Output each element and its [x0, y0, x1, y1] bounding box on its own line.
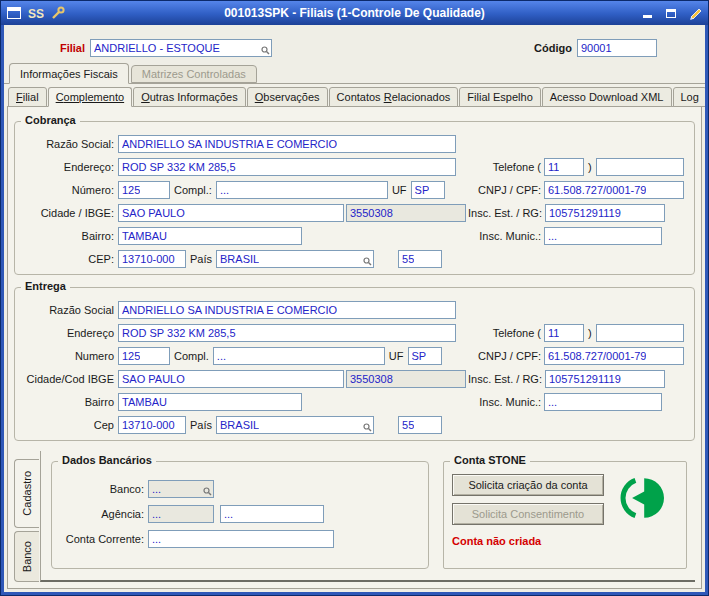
compl-label: Compl.	[170, 350, 213, 362]
codigo-label: Código	[534, 42, 577, 54]
numero-label: Numero	[23, 350, 118, 362]
bairro-field[interactable]: TAMBAU	[118, 227, 302, 245]
telefone-close-label: )	[584, 161, 596, 173]
filial-field[interactable]: ANDRIELLO - ESTOQUE	[90, 39, 272, 57]
lookup-magnifier-icon[interactable]	[261, 46, 270, 55]
endereco-field[interactable]: ROD SP 332 KM 285,5	[118, 158, 456, 176]
insc-municipal-field[interactable]: ...	[544, 227, 662, 245]
agencia-conta-field[interactable]: ...	[220, 505, 324, 523]
insc-estadual-field[interactable]: 105751291119	[545, 204, 665, 222]
razao-social-label: Razão Social	[23, 304, 118, 316]
cep-field[interactable]: 13710-000	[118, 416, 186, 434]
conta-corrente-field[interactable]: ...	[148, 530, 334, 548]
maximize-button[interactable]	[664, 6, 678, 20]
side-tab-cadastro[interactable]: Cadastro	[14, 459, 39, 528]
bairro-label: Bairro	[23, 396, 118, 408]
uf-field[interactable]: SP	[411, 181, 445, 199]
telefone-ddd-field[interactable]: 11	[544, 324, 584, 342]
wrench-icon	[51, 6, 65, 20]
cnpj-label: CNPJ / CPF:	[468, 184, 544, 196]
compl-field[interactable]: ...	[216, 181, 388, 199]
ibge-field: 3550308	[346, 370, 466, 388]
app-window: SS 001013SPK - Filiais (1-Controle De Qu…	[0, 0, 709, 596]
numero-field[interactable]: 125	[118, 181, 170, 199]
maximize-icon	[666, 9, 676, 18]
tab-complemento[interactable]: Complemento	[48, 87, 133, 107]
insc-municipal-label: Insc. Munic.:	[468, 230, 544, 242]
tab-informacoes-fiscais[interactable]: Informações Fiscais	[9, 63, 129, 84]
insc-municipal-field[interactable]: ...	[544, 393, 662, 411]
sub-tab-bar: Filial Complemento Outras Informações Ob…	[4, 83, 705, 106]
titlebar[interactable]: SS 001013SPK - Filiais (1-Controle De Qu…	[1, 1, 708, 25]
telefone-ddd-field[interactable]: 11	[544, 158, 584, 176]
razao-social-field[interactable]: ANDRIELLO SA INDUSTRIA E COMERCIO	[118, 135, 456, 153]
edit-button[interactable]	[688, 6, 702, 20]
cadastro-tab-panel: Dados Bancários Banco: ...	[40, 451, 695, 582]
app-window-icon	[7, 7, 21, 20]
insc-estadual-label: Insc. Est. / RG:	[468, 373, 545, 385]
stone-status-text: Conta não criada	[452, 535, 678, 547]
ddi-field[interactable]: 55	[398, 416, 442, 434]
cidade-field[interactable]: SAO PAULO	[118, 370, 344, 388]
numero-field[interactable]: 125	[118, 347, 170, 365]
agencia-field[interactable]: ...	[148, 505, 214, 523]
modules-icon: SS	[28, 7, 44, 20]
pais-field[interactable]: BRASIL	[216, 250, 374, 268]
pais-label: País	[186, 253, 216, 265]
tab-filial[interactable]: Filial	[8, 87, 47, 107]
telefone-numero-field[interactable]	[596, 324, 684, 342]
cnpj-field[interactable]: 61.508.727/0001-79	[544, 181, 684, 199]
compl-field[interactable]: ...	[213, 347, 385, 365]
telefone-close-label: )	[584, 327, 596, 339]
endereco-label: Endereço:	[23, 161, 118, 173]
uf-field[interactable]: SP	[408, 347, 442, 365]
bairro-field[interactable]: TAMBAU	[118, 393, 302, 411]
lookup-magnifier-icon[interactable]	[203, 487, 212, 496]
side-tab-banco[interactable]: Banco	[14, 531, 39, 582]
lookup-magnifier-icon[interactable]	[363, 257, 372, 266]
solicita-criacao-button[interactable]: Solicita criação da conta	[452, 474, 604, 496]
stone-logo-icon	[620, 476, 664, 520]
window-body: Filial ANDRIELLO - ESTOQUE Código 90001 …	[4, 25, 705, 592]
window-title: 001013SPK - Filiais (1-Controle De Quali…	[1, 6, 708, 20]
compl-label: Compl.:	[170, 184, 216, 196]
banco-field[interactable]: ...	[148, 480, 214, 498]
cnpj-field[interactable]: 61.508.727/0001-79	[544, 347, 684, 365]
telefone-label: Telefone (	[468, 327, 544, 339]
cidade-field[interactable]: SAO PAULO	[118, 204, 344, 222]
cidade-label: Cidade / IBGE:	[23, 207, 118, 219]
cep-label: CEP:	[23, 253, 118, 265]
cep-field[interactable]: 13710-000	[118, 250, 186, 268]
ddi-field[interactable]: 55	[398, 250, 442, 268]
tab-observacoes[interactable]: Observações	[247, 87, 328, 107]
ibge-field: 3550308	[346, 204, 466, 222]
tab-filial-espelho[interactable]: Filial Espelho	[459, 87, 540, 107]
minimize-button[interactable]	[640, 6, 654, 20]
top-tab-bar: Informações Fiscais Matrizes Controladas	[4, 63, 705, 83]
complemento-panel: Cobrança Razão Social: ANDRIELLO SA INDU…	[7, 106, 702, 589]
uf-label: UF	[385, 350, 408, 362]
tab-outras-informacoes[interactable]: Outras Informações	[133, 87, 246, 107]
numero-label: Número:	[23, 184, 118, 196]
insc-estadual-field[interactable]: 105751291119	[545, 370, 665, 388]
conta-corrente-label: Conta Corrente:	[60, 533, 148, 545]
cobranca-section: Cobrança Razão Social: ANDRIELLO SA INDU…	[14, 121, 695, 275]
pais-field[interactable]: BRASIL	[216, 416, 374, 434]
cnpj-label: CNPJ / CPF:	[468, 350, 544, 362]
minimize-icon	[643, 15, 652, 18]
codigo-field[interactable]: 90001	[577, 39, 657, 57]
titlebar-icons: SS	[7, 6, 65, 20]
dados-bancarios-section: Dados Bancários Banco: ...	[51, 461, 429, 569]
tab-contatos-relacionados[interactable]: Contatos Relacionados	[329, 87, 459, 107]
tab-acesso-download-xml[interactable]: Acesso Download XML	[542, 87, 672, 107]
cep-label: Cep	[23, 419, 118, 431]
lookup-magnifier-icon[interactable]	[363, 423, 372, 432]
endereco-field[interactable]: ROD SP 332 KM 285,5	[118, 324, 456, 342]
telefone-numero-field[interactable]	[596, 158, 684, 176]
insc-municipal-label: Insc. Munic.:	[468, 396, 544, 408]
conta-stone-title: Conta STONE	[450, 454, 530, 466]
razao-social-label: Razão Social:	[23, 138, 118, 150]
tab-log[interactable]: Log	[673, 87, 706, 107]
razao-social-field[interactable]: ANDRIELLO SA INDUSTRIA E COMERCIO	[118, 301, 456, 319]
filial-label: Filial	[14, 42, 90, 54]
